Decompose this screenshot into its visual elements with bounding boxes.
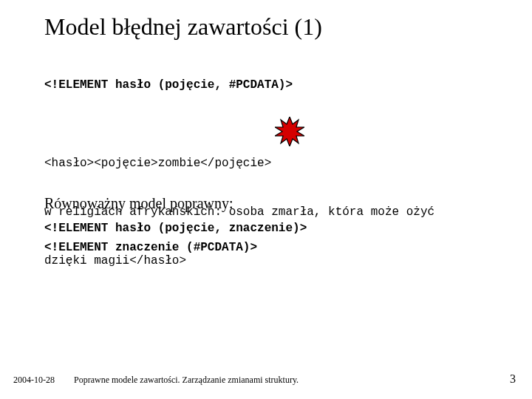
dtd-bad: <!ELEMENT hasło (pojęcie, #PCDATA)> xyxy=(44,78,293,92)
example-block: <hasło><pojęcie>zombie</pojęcie> w relig… xyxy=(44,123,434,301)
example-line-1: <hasło><pojęcie>zombie</pojęcie> xyxy=(44,155,434,171)
footer-date: 2004-10-28 xyxy=(13,375,55,386)
example-line-3: dzięki magii</hasło> xyxy=(44,253,434,269)
equivalent-label: Równoważny model poprawny: xyxy=(44,195,233,212)
dtd-fix-2: <!ELEMENT znaczenie (#PCDATA)> xyxy=(44,241,257,254)
footer-page-number: 3 xyxy=(510,372,516,386)
dtd-fix-1: <!ELEMENT hasło (pojęcie, znaczenie)> xyxy=(44,222,307,235)
footer-title: Poprawne modele zawartości. Zarządzanie … xyxy=(74,375,299,386)
svg-marker-0 xyxy=(275,117,304,146)
error-starburst-icon xyxy=(275,117,304,146)
slide: Model błędnej zawartości (1) <!ELEMENT h… xyxy=(0,0,532,399)
slide-title: Model błędnej zawartości (1) xyxy=(44,13,322,41)
